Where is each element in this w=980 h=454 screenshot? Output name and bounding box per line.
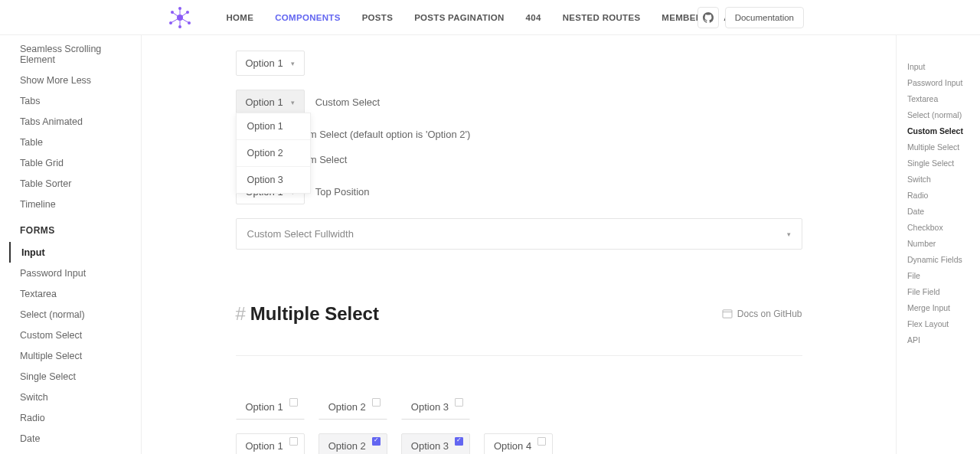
select-label: Top Position xyxy=(315,186,370,198)
dropdown-option[interactable]: Option 2 xyxy=(237,140,310,167)
select-row-top-position: Option 1 ▾ Top Position xyxy=(236,179,802,204)
toc-item-input[interactable]: Input xyxy=(907,58,972,74)
sidebar-right-toc: InputPassword InputTextareaSelect (norma… xyxy=(896,35,980,454)
sidebar-item-select-normal-[interactable]: Select (normal) xyxy=(11,304,141,325)
sidebar-item-single-select[interactable]: Single Select xyxy=(11,366,141,387)
main-layout: Seamless Scrolling ElementShow More Less… xyxy=(0,35,980,454)
custom-select-basic[interactable]: Option 1 ▾ xyxy=(236,51,305,76)
sidebar-item-timeline[interactable]: Timeline xyxy=(11,194,141,214)
chevron-down-icon: ▾ xyxy=(291,99,295,106)
svg-rect-13 xyxy=(723,310,732,318)
sidebar-heading-forms: FORMS xyxy=(11,214,141,242)
toc-item-switch[interactable]: Switch xyxy=(907,171,972,187)
header-actions: Documentation xyxy=(697,7,804,28)
sidebar-item-custom-select[interactable]: Custom Select xyxy=(11,325,141,345)
multiselect-option[interactable]: Option 1 xyxy=(236,394,305,420)
checkbox-icon xyxy=(372,437,381,446)
multiselect-option[interactable]: Option 2 xyxy=(318,433,387,454)
toc-item-merge-input[interactable]: Merge Input xyxy=(907,299,972,315)
sidebar-item-table-grid[interactable]: Table Grid xyxy=(11,152,141,173)
nav-item-member[interactable]: MEMBER xyxy=(662,13,702,22)
nav-item-404[interactable]: 404 xyxy=(526,13,541,22)
chevron-down-icon: ▾ xyxy=(787,230,791,238)
multiselect-option[interactable]: Option 2 xyxy=(318,394,387,420)
custom-select-fullwidth[interactable]: Custom Select Fullwidth ▾ xyxy=(236,218,802,250)
sidebar-left[interactable]: Seamless Scrolling ElementShow More Less… xyxy=(0,35,142,454)
main-content[interactable]: Option 1 ▾ Option 1 ▾ Custom Select Opti… xyxy=(142,35,896,454)
toc-item-api[interactable]: API xyxy=(907,332,972,348)
select-value: Option 1 xyxy=(246,96,283,108)
option-label: Option 2 xyxy=(328,440,366,452)
option-label: Option 2 xyxy=(328,401,366,413)
toc-item-file[interactable]: File xyxy=(907,267,972,283)
sidebar-item-show-more-less[interactable]: Show More Less xyxy=(11,70,141,90)
sidebar-item-tabs-animated[interactable]: Tabs Animated xyxy=(11,111,141,132)
select-label: Custom Select xyxy=(315,96,381,108)
toc-item-file-field[interactable]: File Field xyxy=(907,283,972,299)
multiselect-option[interactable]: Option 3 xyxy=(401,394,470,420)
toc-item-number[interactable]: Number xyxy=(907,235,972,251)
documentation-button[interactable]: Documentation xyxy=(725,7,804,28)
logo[interactable] xyxy=(165,6,195,29)
chevron-down-icon: ▾ xyxy=(291,60,295,67)
sidebar-item-checkbox[interactable]: Checkbox xyxy=(11,449,141,454)
custom-select-open[interactable]: Option 1 ▾ xyxy=(236,90,305,115)
toc-item-password-input[interactable]: Password Input xyxy=(907,74,972,90)
nav-item-components[interactable]: COMPONENTS xyxy=(275,13,340,22)
dropdown-option[interactable]: Option 3 xyxy=(237,167,310,193)
multiselect-row-1: Option 1Option 2Option 3 xyxy=(236,394,802,420)
sidebar-item-seamless-scrolling-element[interactable]: Seamless Scrolling Element xyxy=(11,38,141,70)
sidebar-item-table[interactable]: Table xyxy=(11,132,141,152)
section-heading-multiple: #Multiple Select Docs on GitHub xyxy=(236,303,802,325)
github-icon-button[interactable] xyxy=(697,7,719,28)
nav-item-posts[interactable]: POSTS xyxy=(362,13,393,22)
multiselect-option[interactable]: Option 4 xyxy=(484,433,553,454)
dropdown-option[interactable]: Option 1 xyxy=(237,113,310,140)
sidebar-item-date[interactable]: Date xyxy=(11,428,141,449)
toc-item-textarea[interactable]: Textarea xyxy=(907,90,972,106)
option-label: Option 3 xyxy=(411,401,449,413)
option-label: Option 1 xyxy=(246,440,283,452)
toc-item-radio[interactable]: Radio xyxy=(907,187,972,203)
toc-item-flex-layout[interactable]: Flex Layout xyxy=(907,315,972,332)
sidebar-item-radio[interactable]: Radio xyxy=(11,407,141,428)
select-row-open: Option 1 ▾ Custom Select Option 1Option … xyxy=(236,90,802,115)
toc-item-select-normal-[interactable]: Select (normal) xyxy=(907,106,972,122)
option-label: Option 4 xyxy=(494,440,531,452)
select-row-another: om Select xyxy=(303,154,802,165)
toc-item-single-select[interactable]: Single Select xyxy=(907,155,972,171)
select-value: Option 1 xyxy=(246,57,283,69)
checkbox-icon xyxy=(372,398,381,407)
docs-github-link[interactable]: Docs on GitHub xyxy=(722,309,802,319)
sidebar-item-password-input[interactable]: Password Input xyxy=(11,263,141,283)
multiselect-option[interactable]: Option 3 xyxy=(401,433,470,454)
checkbox-icon xyxy=(289,437,298,446)
checkbox-icon xyxy=(455,398,463,407)
checkbox-icon xyxy=(537,437,546,446)
nav-item-home[interactable]: HOME xyxy=(227,13,254,22)
toc-item-dynamic-fields[interactable]: Dynamic Fields xyxy=(907,251,972,267)
sidebar-item-input[interactable]: Input xyxy=(9,242,141,263)
select-row-default2: om Select (default option is 'Option 2') xyxy=(303,129,802,140)
sidebar-item-tabs[interactable]: Tabs xyxy=(11,90,141,111)
sidebar-item-multiple-select[interactable]: Multiple Select xyxy=(11,345,141,366)
nav-item-nested-routes[interactable]: NESTED ROUTES xyxy=(563,13,641,22)
toc-item-date[interactable]: Date xyxy=(907,203,972,219)
top-nav: HOMECOMPONENTSPOSTSPOSTS PAGINATION404NE… xyxy=(227,13,754,22)
checkbox-icon xyxy=(455,437,463,446)
dropdown-menu: Option 1Option 2Option 3 xyxy=(236,113,311,194)
hash-anchor[interactable]: # xyxy=(236,303,246,324)
nav-item-posts-pagination[interactable]: POSTS PAGINATION xyxy=(414,13,504,22)
toc-item-checkbox[interactable]: Checkbox xyxy=(907,219,972,235)
multiselect-row-2: Option 1Option 2Option 3Option 4 xyxy=(236,433,802,454)
sidebar-item-switch[interactable]: Switch xyxy=(11,387,141,407)
sidebar-item-textarea[interactable]: Textarea xyxy=(11,283,141,304)
content-wrapper: Option 1 ▾ Option 1 ▾ Custom Select Opti… xyxy=(190,35,848,454)
sidebar-item-table-sorter[interactable]: Table Sorter xyxy=(11,173,141,194)
select-label-partial: om Select (default option is 'Option 2') xyxy=(303,129,471,140)
multiselect-option[interactable]: Option 1 xyxy=(236,433,305,454)
docs-icon xyxy=(722,309,733,318)
checkbox-icon xyxy=(289,398,298,407)
toc-item-multiple-select[interactable]: Multiple Select xyxy=(907,139,972,155)
toc-item-custom-select[interactable]: Custom Select xyxy=(907,122,972,139)
